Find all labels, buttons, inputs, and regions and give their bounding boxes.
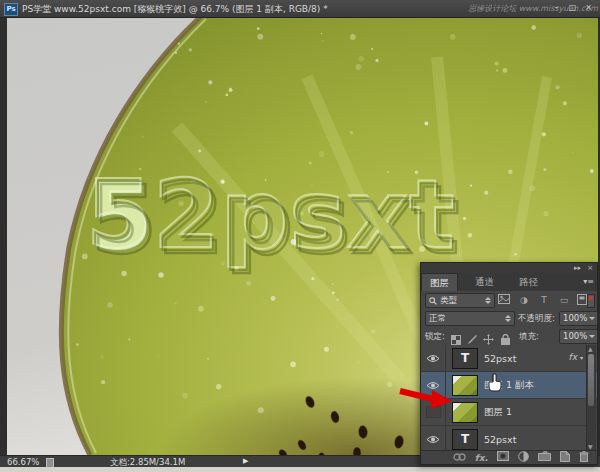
layer-filter-row: 类型 ◑ T ▭	[421, 291, 597, 309]
image-layer-thumbnail[interactable]	[452, 375, 478, 396]
eye-icon	[426, 435, 440, 444]
scrollbar-thumb[interactable]	[588, 354, 594, 406]
search-icon	[429, 297, 437, 305]
filter-adjustment-layers-icon[interactable]: ◑	[517, 294, 531, 306]
dropdown-arrows-icon	[505, 315, 511, 322]
zoom-level-field[interactable]: 66.67%	[7, 457, 39, 467]
layers-panel: ▸▸ × 图层 通道 路径 ▾≡ 类型 ◑ T ▭	[420, 262, 598, 465]
blend-mode-row: 正常 不透明度: 100%	[421, 309, 597, 327]
window-bottom-frame	[0, 467, 600, 472]
red-annotation-arrow	[398, 386, 454, 412]
photoshop-app-icon: Ps	[4, 3, 18, 16]
layer-list-scrollbar[interactable]: ▲ ▼	[586, 345, 596, 450]
opacity-label: 不透明度:	[518, 313, 555, 325]
adjustment-layer-icon[interactable]	[518, 451, 529, 465]
fill-value-box[interactable]: 100%	[559, 329, 598, 344]
visibility-toggle[interactable]	[421, 426, 446, 450]
panel-tab-bar: 图层 通道 路径 ▾≡	[421, 273, 597, 292]
status-options-arrow[interactable]: ▶	[243, 457, 248, 465]
filter-toggle-switch[interactable]	[587, 294, 595, 308]
layer-name[interactable]: 52psxt	[484, 353, 516, 364]
window-left-edge	[0, 17, 7, 466]
tab-layers[interactable]: 图层	[421, 273, 458, 292]
filter-type-layers-icon[interactable]: T	[537, 294, 551, 306]
layer-style-icon[interactable]: fx.	[475, 452, 488, 464]
add-mask-icon[interactable]	[497, 451, 509, 464]
scroll-up-icon[interactable]: ▲	[588, 345, 593, 352]
delete-layer-icon[interactable]	[579, 451, 589, 465]
lock-label: 锁定:	[425, 331, 445, 343]
scroll-down-icon[interactable]: ▼	[588, 443, 593, 450]
visibility-toggle[interactable]	[421, 345, 446, 371]
lock-row: 锁定: 填充: 100%	[421, 327, 597, 345]
layer-name[interactable]: 52psxt	[484, 434, 516, 445]
panel-header[interactable]: ▸▸ ×	[421, 263, 597, 273]
embossed-text-effect: 5 52psxt 52psxt 52psxt	[86, 159, 460, 275]
image-layer-thumbnail[interactable]	[452, 402, 478, 423]
layer-effects-badge[interactable]: fx ▾	[569, 352, 583, 362]
restore-button[interactable]: □	[565, 3, 580, 14]
opacity-value: 100%	[563, 313, 587, 323]
layer-name[interactable]: 图层 1	[484, 406, 512, 419]
window-title: PS学堂 www.52psxt.com [猕猴桃字效] @ 66.7% (图层 …	[22, 3, 328, 16]
filter-type-dropdown[interactable]: 类型	[425, 293, 495, 308]
filter-pixel-layers-icon[interactable]	[497, 294, 511, 306]
tab-channels[interactable]: 通道	[467, 273, 502, 291]
eye-icon	[426, 354, 440, 363]
hand-cursor-icon	[487, 373, 503, 392]
layer-row-52psxt-bottom[interactable]: T 52psxt	[421, 426, 597, 450]
layer-row-52psxt-top[interactable]: T 52psxt fx ▾	[421, 345, 597, 372]
svg-text:52psxt: 52psxt	[88, 162, 457, 272]
dropdown-arrows-icon	[485, 297, 491, 304]
new-group-icon[interactable]	[538, 451, 551, 464]
blend-mode-value: 正常	[429, 313, 446, 325]
text-layer-thumbnail[interactable]: T	[452, 429, 478, 450]
link-layers-icon[interactable]	[453, 452, 466, 464]
panel-bottom-toolbar: fx.	[421, 450, 597, 464]
close-panel-icon[interactable]: ×	[587, 263, 593, 273]
filter-shape-layers-icon[interactable]: ▭	[557, 294, 571, 306]
filter-type-label: 类型	[440, 295, 457, 307]
panel-menu-icon[interactable]: ▾≡	[583, 277, 594, 286]
blend-mode-select[interactable]: 正常	[425, 311, 515, 326]
minimize-button[interactable]: –	[549, 3, 564, 14]
photoshop-window: Ps PS学堂 www.52psxt.com [猕猴桃字效] @ 66.7% (…	[0, 0, 600, 472]
tab-paths[interactable]: 路径	[511, 273, 546, 291]
text-layer-thumbnail[interactable]: T	[452, 348, 478, 369]
opacity-value-box[interactable]: 100%	[559, 311, 598, 326]
fill-value: 100%	[563, 331, 587, 341]
title-bar: Ps PS学堂 www.52psxt.com [猕猴桃字效] @ 66.7% (…	[0, 0, 600, 18]
fill-label: 填充:	[519, 331, 539, 343]
new-layer-icon[interactable]	[560, 451, 570, 465]
collapse-panel-icon[interactable]: ▸▸	[574, 263, 581, 273]
close-button[interactable]: ×	[581, 3, 596, 14]
